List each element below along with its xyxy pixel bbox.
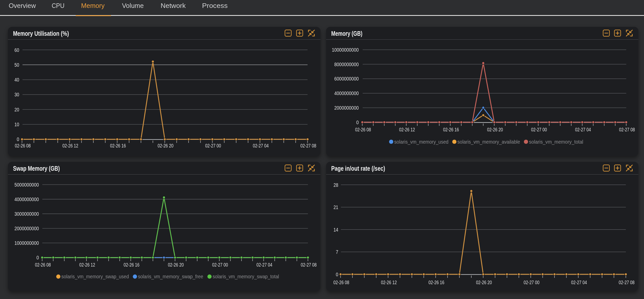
svg-text:02-26 12: 02-26 12 <box>399 126 415 132</box>
svg-text:02-26 08: 02-26 08 <box>355 126 371 132</box>
svg-text:3000000000: 3000000000 <box>15 211 39 217</box>
svg-text:02-26 20: 02-26 20 <box>476 279 492 285</box>
svg-text:02-26 16: 02-26 16 <box>428 279 444 285</box>
svg-text:solaris_vm_memory_used: solaris_vm_memory_used <box>394 139 448 145</box>
svg-text:02-26 12: 02-26 12 <box>62 143 78 148</box>
svg-text:14: 14 <box>334 227 338 233</box>
svg-text:02-27 00: 02-27 00 <box>524 279 539 285</box>
svg-text:02-26 20: 02-26 20 <box>158 143 173 148</box>
svg-text:02-26 08: 02-26 08 <box>15 143 31 148</box>
svg-text:02-26 16: 02-26 16 <box>110 143 126 148</box>
svg-text:02-27 08: 02-27 08 <box>619 126 635 132</box>
svg-text:solaris_vm_memory_swap_free: solaris_vm_memory_swap_free <box>138 274 203 280</box>
svg-text:7: 7 <box>336 249 338 255</box>
svg-text:solaris_vm_memory_available: solaris_vm_memory_available <box>457 139 520 145</box>
svg-text:02-26 16: 02-26 16 <box>124 262 139 268</box>
svg-text:Overview: Overview <box>9 2 36 9</box>
svg-text:Memory (GB): Memory (GB) <box>331 30 362 37</box>
svg-text:0: 0 <box>336 271 338 277</box>
svg-text:02-27 04: 02-27 04 <box>257 262 272 268</box>
svg-text:Process: Process <box>202 2 228 9</box>
svg-text:4000000000: 4000000000 <box>15 196 39 202</box>
svg-text:30: 30 <box>14 91 19 97</box>
svg-text:02-26 12: 02-26 12 <box>79 262 95 268</box>
svg-text:02-26 20: 02-26 20 <box>487 126 503 132</box>
svg-text:2000000000: 2000000000 <box>334 105 358 111</box>
svg-text:02-27 08: 02-27 08 <box>618 279 634 285</box>
svg-text:6000000000: 6000000000 <box>334 76 358 82</box>
svg-text:Volume: Volume <box>122 2 144 9</box>
svg-text:Memory: Memory <box>81 2 105 9</box>
svg-text:02-26 20: 02-26 20 <box>168 262 184 268</box>
svg-text:02-27 08: 02-27 08 <box>301 262 317 268</box>
svg-text:50: 50 <box>14 62 19 68</box>
svg-text:Memory Utilisation (%): Memory Utilisation (%) <box>13 30 69 37</box>
svg-text:8000000000: 8000000000 <box>334 61 358 67</box>
svg-text:02-27 00: 02-27 00 <box>531 126 547 132</box>
svg-text:40: 40 <box>14 77 19 83</box>
svg-text:solaris_vm_memory_swap_total: solaris_vm_memory_swap_total <box>213 274 279 280</box>
svg-text:CPU: CPU <box>52 2 64 9</box>
svg-text:Swap Memory (GB): Swap Memory (GB) <box>13 165 60 172</box>
svg-text:2000000000: 2000000000 <box>15 225 39 231</box>
svg-text:02-26 16: 02-26 16 <box>443 126 459 132</box>
svg-text:solaris_vm_memory_total: solaris_vm_memory_total <box>529 139 583 145</box>
svg-text:21: 21 <box>334 204 338 210</box>
svg-text:60: 60 <box>14 47 19 53</box>
svg-text:02-26 12: 02-26 12 <box>381 279 397 285</box>
svg-text:5000000000: 5000000000 <box>15 182 39 188</box>
svg-text:1000000000: 1000000000 <box>15 240 39 246</box>
svg-text:10: 10 <box>14 121 19 127</box>
svg-text:0: 0 <box>17 136 19 142</box>
svg-text:10000000000: 10000000000 <box>332 47 359 53</box>
svg-text:02-27 00: 02-27 00 <box>205 143 221 148</box>
svg-text:02-27 04: 02-27 04 <box>575 126 591 132</box>
svg-text:02-26 08: 02-26 08 <box>333 279 349 285</box>
svg-text:28: 28 <box>334 182 338 188</box>
svg-text:02-27 04: 02-27 04 <box>571 279 587 285</box>
svg-text:4000000000: 4000000000 <box>334 90 358 96</box>
svg-text:solaris_vm_memory_swap_used: solaris_vm_memory_swap_used <box>61 274 129 280</box>
svg-text:0: 0 <box>356 119 359 125</box>
svg-text:02-27 08: 02-27 08 <box>300 143 316 148</box>
svg-text:0: 0 <box>36 255 39 260</box>
svg-text:02-27 00: 02-27 00 <box>212 262 228 268</box>
svg-text:02-26 08: 02-26 08 <box>35 262 51 268</box>
svg-text:02-27 04: 02-27 04 <box>253 143 269 148</box>
svg-text:20: 20 <box>14 107 19 112</box>
svg-text:Page in/out rate (/sec): Page in/out rate (/sec) <box>331 165 385 172</box>
svg-text:Network: Network <box>161 2 186 9</box>
